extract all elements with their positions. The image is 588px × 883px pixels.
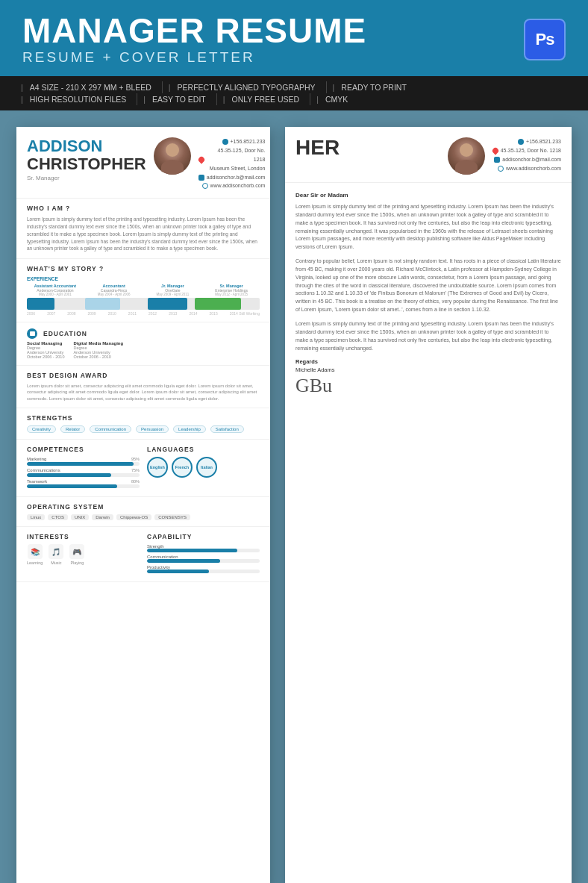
email-icon (198, 175, 204, 181)
who-i-am-title: WHO I AM ? (27, 205, 260, 212)
award-section: BEST DESIGN AWARD Lorem ipsum dolor sit … (16, 366, 270, 408)
education-section: EDUCATION Social Managing Degree Anderso… (16, 322, 270, 366)
story-title: WHAT'S MY STORY ? (27, 265, 260, 272)
strengths-section: STRENGTHS Creativity Relator Communicati… (16, 408, 270, 440)
cover-phone-icon (518, 139, 524, 145)
strength-persuasion: Persuasion (136, 425, 169, 433)
feature-cmyk: CMYK (310, 93, 358, 105)
languages-col: LANGUAGES English French Italian (147, 446, 260, 490)
who-i-am-text: Lorem Ipsum is simply dummy text of the … (27, 216, 260, 252)
cover-name-area: HER (295, 137, 440, 158)
os-ctos: CTOS (48, 514, 68, 520)
cover-letter-card: HER +156.8521.233 45-35-125, Door No. 12… (285, 127, 572, 883)
os-darwin: Darwin (92, 514, 113, 520)
education-items: Social Managing Degree Anderson Universi… (27, 341, 260, 359)
cap-productivity: Productivity (147, 565, 260, 573)
job-4: Sr. Manager Enterprise Holdings May 2012… (203, 284, 260, 296)
os-title: OPERATING SYSTEM (27, 503, 260, 511)
interests-capability-cols: INTERESTS 📚 Learning 🎵 Music 🎮 Playin (27, 533, 260, 575)
education-label: EDUCATION (43, 330, 87, 337)
competences-languages-section: COMPETENCES Marketing 95% Communications… (16, 440, 270, 497)
cover-photo (448, 137, 485, 175)
location-icon (197, 155, 205, 163)
timeline-fill-3 (148, 298, 187, 310)
resume-last-name: CHRISTOPHER (27, 155, 146, 173)
timeline-fill-2 (85, 298, 120, 310)
os-unix: UNIX (71, 514, 89, 520)
feature-free: ONLY FREE USED (217, 93, 310, 105)
os-tags: Linux CTOS UNIX Darwin Chippewa-OS CONSE… (27, 514, 260, 520)
resume-header: ADDISON CHRISTOPHER Sr. Manager +156.852… (16, 127, 270, 199)
os-section: OPERATING SYSTEM Linux CTOS UNIX Darwin … (16, 497, 270, 527)
award-text: Lorem ipsum dolor sit amet, consectur ad… (27, 383, 260, 402)
os-consensys: CONSENSYS (154, 514, 190, 520)
story-section: WHAT'S MY STORY ? EXPERIENCE Assistant A… (16, 259, 270, 322)
comp-comms: Communications 75% (27, 468, 140, 477)
who-i-am-section: WHO I AM ? Lorem Ipsum is simply dummy t… (16, 199, 270, 259)
cap-strength: Strength (147, 544, 260, 552)
edu-item-2: Digital Media Managing Degree Anderson U… (73, 341, 123, 359)
cover-paragraph-2: Contrary to popular belief, Lorem Ipsum … (295, 258, 561, 314)
experience-jobs: Assistant Accountant Anderson-Corporatio… (27, 284, 260, 296)
feature-size: A4 SIZE - 210 X 297 MM + BLEED (15, 81, 163, 93)
page-title: MANAGER RESUME (22, 13, 366, 48)
strength-comm: Communication (90, 425, 131, 433)
features-row-1: A4 SIZE - 210 X 297 MM + BLEED PERFECTLY… (15, 81, 573, 93)
cover-salutation: Dear Sir or Madam (295, 192, 561, 199)
feature-edit: EASY TO EDIT (137, 93, 217, 105)
header-left: MANAGER RESUME RESUME + COVER LETTER (22, 13, 366, 66)
resume-name-block: ADDISON CHRISTOPHER Sr. Manager (27, 137, 146, 181)
os-chippewa: Chippewa-OS (116, 514, 151, 520)
education-icon (27, 328, 37, 339)
interest-playing: 🎮 Playing (69, 544, 84, 565)
job-1: Assistant Accountant Anderson-Corporatio… (27, 284, 84, 296)
job-3: Jr. Manager OneGate May 2009 - April 201… (145, 284, 201, 296)
cover-email-icon (494, 157, 500, 163)
timeline-fill-4 (195, 298, 241, 310)
page-subtitle: RESUME + COVER LETTER (22, 49, 366, 66)
education-header: EDUCATION (27, 328, 260, 339)
resume-photo (154, 137, 191, 175)
experience-label: EXPERIENCE (27, 276, 260, 281)
interest-icons: 📚 Learning 🎵 Music 🎮 Playing (27, 544, 140, 565)
lang-italian: Italian (196, 457, 217, 478)
cover-signature: GBu (295, 376, 561, 396)
strength-satisfaction: Satisfaction (210, 425, 244, 433)
cover-header: HER +156.8521.233 45-35-125, Door No. 12… (285, 127, 572, 183)
timeline-years: 2006200720082009201020112012201320142015… (27, 311, 260, 316)
cap-communication: Communication (147, 555, 260, 563)
strengths-title: STRENGTHS (27, 414, 260, 422)
ps-badge: Ps (524, 19, 566, 60)
competences-title: COMPETENCES (27, 446, 140, 453)
timeline-bar (27, 298, 260, 310)
lang-circles: English French Italian (147, 457, 260, 478)
award-title: BEST DESIGN AWARD (27, 372, 260, 379)
competences-col: COMPETENCES Marketing 95% Communications… (27, 446, 140, 490)
timeline-fill-1 (27, 298, 54, 310)
feature-typography: PERFECTLY ALIGNED TYPOGRAPHY (163, 81, 327, 93)
interest-learning: 📚 Learning (27, 544, 43, 565)
strength-leadership: Leadership (173, 425, 206, 433)
capability-title: CAPABILITY (147, 533, 260, 540)
cover-location-icon (491, 146, 499, 155)
resume-first-name: ADDISON (27, 137, 146, 155)
two-col: COMPETENCES Marketing 95% Communications… (27, 446, 260, 490)
strengths-row: Creativity Relator Communication Persuas… (27, 425, 260, 433)
music-icon: 🎵 (49, 544, 63, 559)
cover-paragraph-1: Lorem Ipsum is simply dummy text of the … (295, 203, 561, 252)
cover-name-partial: HER (295, 137, 440, 158)
comp-teamwork: Teamwork 80% (27, 479, 140, 488)
edu-item-1: Social Managing Degree Anderson Universi… (27, 341, 64, 359)
lang-english: English (147, 457, 168, 478)
strength-creativity: Creativity (27, 425, 56, 433)
web-icon (202, 183, 208, 189)
learning-icon: 📚 (28, 544, 43, 559)
resume-job-title: Sr. Manager (27, 175, 146, 181)
job-2: Accountant Casandra-Finco May 2004 - Apr… (86, 284, 143, 296)
content-area: ADDISON CHRISTOPHER Sr. Manager +156.852… (0, 110, 588, 883)
strength-relator: Relator (60, 425, 85, 433)
features-bar: A4 SIZE - 210 X 297 MM + BLEED PERFECTLY… (0, 76, 588, 110)
playing-icon: 🎮 (69, 544, 84, 559)
lang-french: French (172, 457, 193, 478)
resume-contact: +156.8521.233 45-35-125, Door No. 1218Mu… (198, 137, 266, 190)
